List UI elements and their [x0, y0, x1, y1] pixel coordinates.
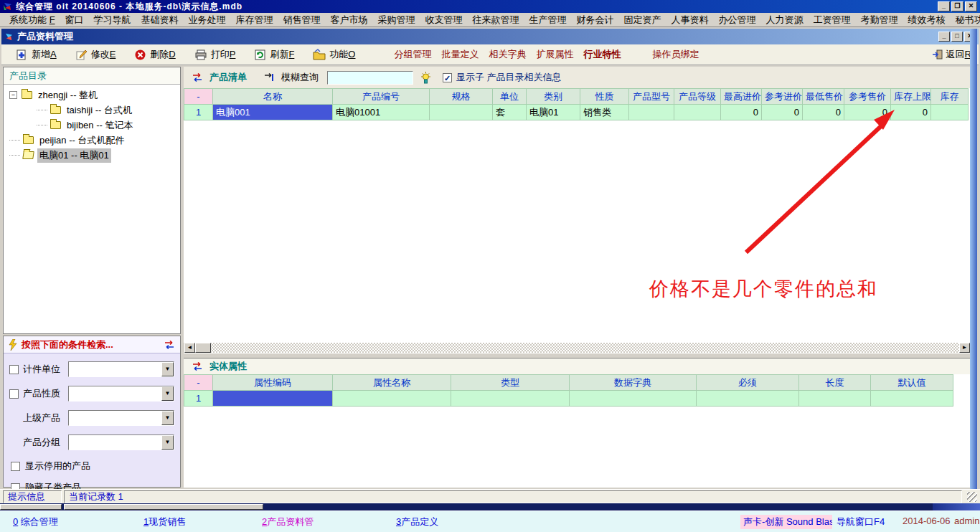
- menu-item[interactable]: 绩效考核: [903, 13, 951, 27]
- column-header[interactable]: 默认值: [871, 375, 953, 391]
- parent-product-select[interactable]: ▼: [68, 410, 174, 426]
- column-header[interactable]: 性质: [580, 89, 629, 105]
- cell[interactable]: [931, 105, 969, 120]
- cell[interactable]: 套: [493, 105, 527, 120]
- column-header[interactable]: 属性编码: [213, 375, 333, 391]
- menu-item[interactable]: 生产管理: [524, 13, 572, 27]
- menu-item[interactable]: 固定资产: [619, 13, 666, 27]
- column-header[interactable]: -: [184, 89, 213, 105]
- column-header[interactable]: 库存上限: [891, 89, 931, 105]
- close-icon[interactable]: ✕: [965, 1, 977, 11]
- menu-item[interactable]: 工资管理: [809, 13, 856, 27]
- column-header[interactable]: 单位: [493, 89, 527, 105]
- column-header[interactable]: 产品型号: [629, 89, 674, 105]
- task-main[interactable]: 0 综合管理: [13, 516, 58, 528]
- tree-node-bijiben[interactable]: bijiben -- 笔记本: [5, 118, 179, 133]
- return-button[interactable]: 返回R: [932, 48, 971, 61]
- menu-item[interactable]: 库存管理: [231, 13, 278, 27]
- show-disabled-checkbox[interactable]: [11, 462, 20, 471]
- table-row[interactable]: 1 电脑001 电脑01001 套 电脑01 销售类 0 0 0 0 0: [184, 105, 969, 120]
- industry-feature-link[interactable]: 行业特性: [583, 48, 621, 61]
- column-header[interactable]: 类型: [451, 375, 570, 391]
- sub-maximize-icon[interactable]: □: [951, 32, 963, 42]
- print-button[interactable]: 打印P: [194, 48, 236, 61]
- function-button[interactable]: 功能O: [313, 48, 355, 61]
- edit-button[interactable]: 修改E: [75, 48, 116, 61]
- cell[interactable]: [799, 391, 871, 407]
- column-header[interactable]: 产品等级: [674, 89, 721, 105]
- column-header[interactable]: 规格: [430, 89, 493, 105]
- column-header[interactable]: 长度: [799, 375, 871, 391]
- restore-icon[interactable]: ❐: [951, 1, 963, 11]
- chevron-down-icon[interactable]: ▼: [161, 435, 174, 450]
- menu-item[interactable]: 客户市场: [326, 13, 373, 27]
- cell[interactable]: 0: [721, 105, 762, 120]
- chevron-down-icon[interactable]: ▼: [161, 386, 174, 401]
- tree-node-peijian[interactable]: peijian -- 台式机配件: [5, 133, 179, 148]
- menu-item[interactable]: 秘书功能: [951, 13, 980, 27]
- column-header[interactable]: 产品编号: [333, 89, 430, 105]
- nature-checkbox[interactable]: [9, 389, 19, 399]
- swap-arrows-icon[interactable]: [191, 73, 204, 82]
- group-manage-link[interactable]: 分组管理: [394, 48, 431, 61]
- unit-select[interactable]: ▼: [68, 361, 174, 377]
- scroll-right-icon[interactable]: ►: [959, 343, 970, 353]
- chevron-down-icon[interactable]: ▼: [161, 362, 174, 376]
- nav-window-button[interactable]: 导航窗口F4: [837, 516, 885, 528]
- horizontal-scrollbar[interactable]: ◄ ►: [184, 343, 970, 353]
- column-header[interactable]: 库存: [931, 89, 969, 105]
- scroll-left-icon[interactable]: ◄: [184, 343, 195, 353]
- cell[interactable]: 0: [844, 105, 891, 120]
- menu-item[interactable]: 考勤管理: [856, 13, 903, 27]
- batch-define-link[interactable]: 批量定义: [441, 48, 479, 61]
- cell[interactable]: [871, 391, 953, 407]
- chevron-down-icon[interactable]: ▼: [161, 411, 174, 425]
- selected-cell[interactable]: 电脑001: [213, 105, 333, 120]
- add-button[interactable]: 新增A: [16, 48, 57, 61]
- column-header[interactable]: 最高进价: [721, 89, 762, 105]
- cell[interactable]: 电脑01001: [333, 105, 430, 120]
- column-header[interactable]: 类别: [527, 89, 580, 105]
- task-product-data[interactable]: 2产品资料管: [262, 516, 314, 528]
- tree-node-diannao01[interactable]: 电脑01 -- 电脑01: [5, 148, 179, 163]
- tree-node-zhengji[interactable]: − zhengji -- 整机: [5, 87, 179, 103]
- menu-item[interactable]: 销售管理: [278, 13, 326, 27]
- menu-item-system[interactable]: 系统功能 F: [4, 13, 60, 27]
- menu-item[interactable]: 人事资料: [666, 13, 714, 27]
- selected-cell[interactable]: [213, 391, 333, 407]
- operator-bind-link[interactable]: 操作员绑定: [652, 48, 699, 61]
- column-header[interactable]: 必须: [697, 375, 799, 391]
- task-product-define[interactable]: 3产品定义: [396, 516, 438, 528]
- cell[interactable]: [570, 391, 697, 407]
- resize-grip[interactable]: [967, 492, 977, 502]
- lamp-icon[interactable]: [420, 72, 431, 84]
- collapse-icon[interactable]: −: [9, 91, 17, 99]
- cell[interactable]: [674, 105, 721, 120]
- horizontal-splitter[interactable]: [184, 353, 970, 358]
- menu-item[interactable]: 人力资源: [761, 13, 809, 27]
- refresh-button[interactable]: 刷新F: [254, 48, 294, 61]
- scrollbar-thumb[interactable]: [195, 343, 211, 353]
- fuzzy-query-input[interactable]: [327, 71, 413, 85]
- task-spot-sales[interactable]: 1现货销售: [143, 516, 186, 528]
- column-header[interactable]: 最低售价: [803, 89, 844, 105]
- product-group-select[interactable]: ▼: [68, 434, 174, 450]
- cell[interactable]: [430, 105, 493, 120]
- nature-select[interactable]: ▼: [68, 386, 174, 402]
- sub-minimize-icon[interactable]: _: [938, 32, 950, 42]
- menu-item[interactable]: 学习导航: [89, 13, 136, 27]
- cell[interactable]: 0: [803, 105, 844, 120]
- column-header[interactable]: -: [184, 375, 213, 391]
- menu-item[interactable]: 往来款管理: [468, 13, 524, 27]
- column-header[interactable]: 参考售价: [844, 89, 891, 105]
- cell[interactable]: [629, 105, 674, 120]
- delete-button[interactable]: 删除D: [134, 48, 175, 61]
- cell[interactable]: [333, 391, 451, 407]
- menu-item[interactable]: 办公管理: [714, 13, 761, 27]
- cell[interactable]: 电脑01: [527, 105, 580, 120]
- cell[interactable]: 0: [762, 105, 803, 120]
- cell[interactable]: 销售类: [580, 105, 629, 120]
- swap-arrows-icon[interactable]: [163, 341, 176, 349]
- column-header[interactable]: 数据字典: [570, 375, 697, 391]
- column-header[interactable]: 属性名称: [333, 375, 451, 391]
